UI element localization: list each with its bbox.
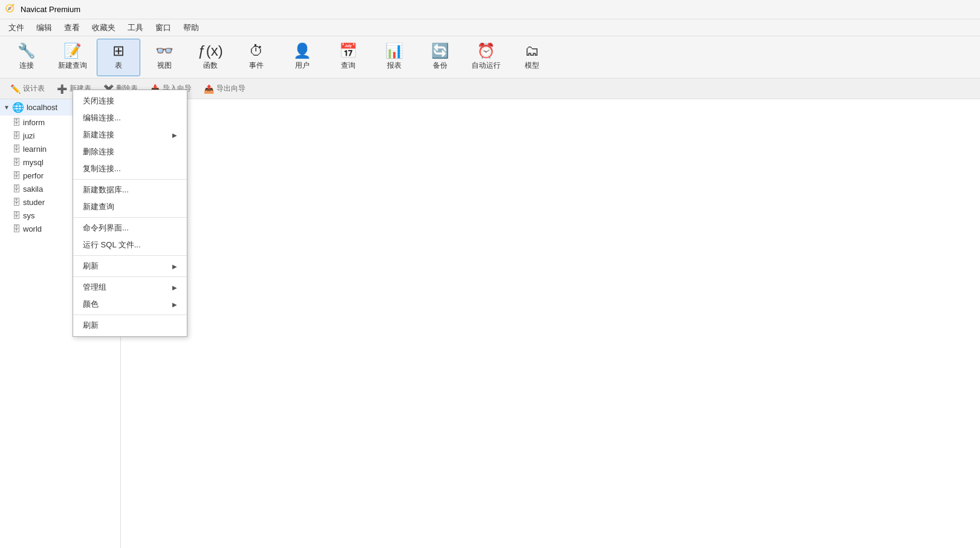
toolbar-btn-label-function: 函数 [203, 60, 218, 71]
backup-icon: 🔄 [431, 44, 449, 58]
content-area [121, 99, 980, 548]
sidebar-db-label-inform: inform [23, 118, 45, 127]
context-menu: 关闭连接编辑连接...新建连接▶删除连接复制连接...新建数据库...新建查询命… [73, 90, 187, 337]
sidebar-db-label-student: studer [23, 198, 45, 207]
toolbar-btn-report[interactable]: 📊报表 [372, 39, 416, 76]
toolbar-btn-connect[interactable]: 🔧连接 [5, 39, 48, 76]
submenu-arrow-icon: ▶ [172, 132, 177, 139]
submenu-arrow-icon: ▶ [172, 284, 177, 291]
database-icon: 🗄 [12, 157, 21, 167]
function-icon: ƒ(x) [198, 44, 222, 58]
toolbar-btn-query[interactable]: 📅查询 [326, 39, 370, 76]
menubar-item-文件[interactable]: 文件 [2, 20, 30, 36]
toolbar-btn-label-new-query: 新建查询 [58, 60, 87, 71]
connect-icon: 🔧 [18, 44, 36, 58]
ctx-label-new-query-ctx: 新建查询 [83, 201, 114, 212]
app-title: Navicat Premium [21, 5, 80, 14]
database-icon: 🗄 [12, 171, 21, 180]
titlebar: 🧭 Navicat Premium [0, 0, 980, 19]
toolbar-btn-label-autorun: 自动运行 [472, 60, 501, 71]
ctx-label-edit-conn: 编辑连接... [83, 113, 121, 123]
submenu-arrow-icon: ▶ [172, 301, 177, 308]
sidebar-db-label-perfor: perfor [23, 171, 44, 180]
new-query-icon: 📝 [63, 44, 82, 58]
user-icon: 👤 [293, 44, 311, 58]
ctx-label-command-line: 命令列界面... [83, 223, 129, 233]
context-menu-item-copy-conn[interactable]: 复制连接... [73, 160, 187, 177]
ctx-label-delete-conn: 删除连接 [83, 146, 114, 157]
toolbar-btn-event[interactable]: ⏱事件 [235, 39, 278, 76]
toolbar-btn-label-model: 模型 [525, 60, 539, 71]
toolbar-btn-model[interactable]: 🗂模型 [510, 39, 554, 76]
autorun-icon: ⏰ [477, 44, 495, 58]
subtoolbar-btn-export-wizard[interactable]: 📤导出向导 [198, 81, 251, 96]
toolbar-btn-view[interactable]: 👓视图 [143, 39, 186, 76]
context-menu-item-delete-conn[interactable]: 删除连接 [73, 143, 187, 160]
ctx-label-color: 颜色 [83, 299, 99, 310]
database-icon: 🗄 [12, 144, 21, 154]
ctx-label-copy-conn: 复制连接... [83, 163, 121, 174]
toolbar-btn-label-user: 用户 [295, 60, 310, 71]
ctx-label-manage-group: 管理组 [83, 282, 106, 293]
subtoolbar-label-design-table: 设计表 [23, 83, 45, 94]
submenu-arrow-icon: ▶ [172, 263, 177, 270]
menubar-item-查看[interactable]: 查看 [58, 20, 86, 36]
ctx-label-run-sql: 运行 SQL 文件... [83, 240, 141, 250]
ctx-label-refresh2: 刷新 [83, 320, 99, 331]
database-icon: 🗄 [12, 184, 21, 194]
sidebar-db-label-sys: sys [23, 211, 35, 220]
event-icon: ⏱ [249, 44, 264, 58]
toolbar-btn-label-report: 报表 [387, 60, 401, 71]
context-menu-item-edit-conn[interactable]: 编辑连接... [73, 109, 187, 126]
context-menu-item-refresh2[interactable]: 刷新 [73, 317, 187, 334]
toolbar-btn-function[interactable]: ƒ(x)函数 [189, 39, 232, 76]
context-menu-separator [73, 315, 187, 315]
toolbar-btn-user[interactable]: 👤用户 [281, 39, 324, 76]
toolbar-btn-label-query: 查询 [341, 60, 355, 71]
connection-icon: 🌐 [12, 102, 24, 113]
context-menu-item-color[interactable]: 颜色▶ [73, 296, 187, 313]
subtoolbar-label-export-wizard: 导出向导 [216, 83, 245, 94]
toolbar-btn-backup[interactable]: 🔄备份 [418, 39, 462, 76]
toolbar-btn-label-event: 事件 [249, 60, 264, 71]
menubar-item-收藏夹[interactable]: 收藏夹 [86, 20, 122, 36]
toolbar-btn-autorun[interactable]: ⏰自动运行 [464, 39, 508, 76]
ctx-label-new-conn: 新建连接 [83, 129, 114, 140]
context-menu-separator [73, 255, 187, 256]
context-menu-item-new-database[interactable]: 新建数据库... [73, 181, 187, 198]
menubar-item-窗口[interactable]: 窗口 [149, 20, 177, 36]
database-icon: 🗄 [12, 117, 21, 127]
database-icon: 🗄 [12, 210, 21, 220]
menubar-item-工具[interactable]: 工具 [122, 20, 149, 36]
menubar-item-编辑[interactable]: 编辑 [30, 20, 58, 36]
design-table-subtoolbar-icon: ✏️ [10, 84, 21, 94]
database-icon: 🗄 [12, 224, 21, 233]
context-menu-item-refresh[interactable]: 刷新▶ [73, 258, 187, 275]
toolbar-btn-label-backup: 备份 [433, 60, 447, 71]
chevron-down-icon: ▼ [4, 104, 10, 111]
table-icon: ⊞ [112, 44, 125, 58]
toolbar-btn-label-table: 表 [115, 60, 122, 71]
database-icon: 🗄 [12, 131, 21, 140]
context-menu-separator [73, 179, 187, 180]
sidebar-db-label-mysql: mysql [23, 158, 44, 167]
sidebar-db-label-world: world [23, 224, 42, 233]
context-menu-item-command-line[interactable]: 命令列界面... [73, 220, 187, 236]
toolbar: 🔧连接📝新建查询⊞表👓视图ƒ(x)函数⏱事件👤用户📅查询📊报表🔄备份⏰自动运行🗂… [0, 36, 980, 79]
context-menu-item-run-sql[interactable]: 运行 SQL 文件... [73, 236, 187, 253]
toolbar-btn-table[interactable]: ⊞表 [97, 39, 140, 76]
new-table-subtoolbar-icon: ➕ [57, 84, 67, 94]
menubar-item-帮助[interactable]: 帮助 [177, 20, 205, 36]
sidebar-db-label-sakila: sakila [23, 184, 43, 194]
toolbar-btn-new-query[interactable]: 📝新建查询 [51, 39, 94, 76]
context-menu-item-manage-group[interactable]: 管理组▶ [73, 279, 187, 296]
sidebar-db-label-juzi: juzi [23, 131, 35, 140]
context-menu-item-close-conn[interactable]: 关闭连接 [73, 93, 187, 109]
context-menu-item-new-query-ctx[interactable]: 新建查询 [73, 198, 187, 215]
ctx-label-new-database: 新建数据库... [83, 184, 129, 195]
report-icon: 📊 [385, 44, 403, 58]
connection-label: localhost [27, 103, 57, 112]
context-menu-item-new-conn[interactable]: 新建连接▶ [73, 126, 187, 143]
subtoolbar-btn-design-table[interactable]: ✏️设计表 [5, 81, 50, 96]
app-icon: 🧭 [5, 4, 17, 16]
